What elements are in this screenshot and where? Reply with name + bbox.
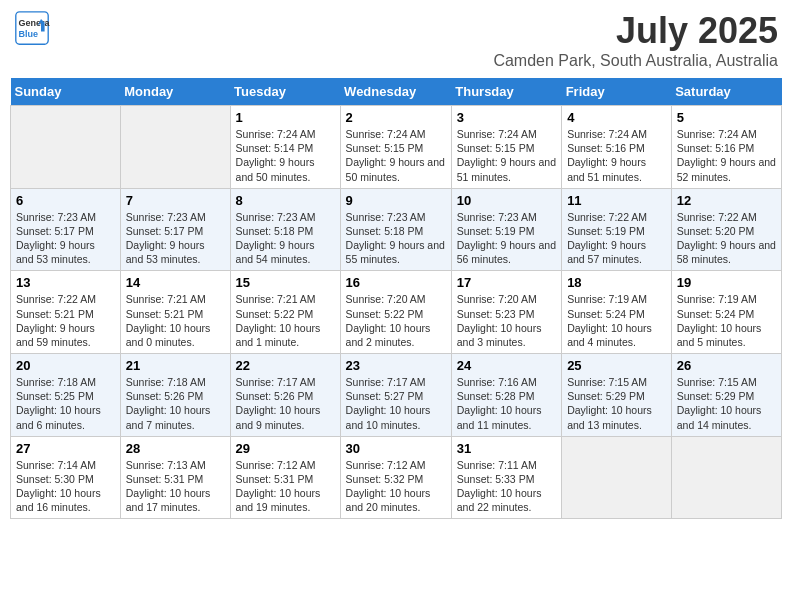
calendar-cell (671, 436, 781, 519)
day-number: 9 (346, 193, 446, 208)
day-info: Sunrise: 7:24 AM Sunset: 5:15 PM Dayligh… (346, 127, 446, 184)
day-number: 10 (457, 193, 556, 208)
calendar-cell: 29Sunrise: 7:12 AM Sunset: 5:31 PM Dayli… (230, 436, 340, 519)
day-info: Sunrise: 7:11 AM Sunset: 5:33 PM Dayligh… (457, 458, 556, 515)
weekday-header-saturday: Saturday (671, 78, 781, 106)
day-info: Sunrise: 7:23 AM Sunset: 5:18 PM Dayligh… (346, 210, 446, 267)
day-number: 27 (16, 441, 115, 456)
calendar-cell: 14Sunrise: 7:21 AM Sunset: 5:21 PM Dayli… (120, 271, 230, 354)
day-info: Sunrise: 7:23 AM Sunset: 5:17 PM Dayligh… (126, 210, 225, 267)
day-number: 14 (126, 275, 225, 290)
day-number: 21 (126, 358, 225, 373)
calendar-table: SundayMondayTuesdayWednesdayThursdayFrid… (10, 78, 782, 519)
logo: General Blue (14, 10, 50, 46)
day-info: Sunrise: 7:12 AM Sunset: 5:31 PM Dayligh… (236, 458, 335, 515)
calendar-cell (562, 436, 672, 519)
calendar-cell: 2Sunrise: 7:24 AM Sunset: 5:15 PM Daylig… (340, 106, 451, 189)
day-info: Sunrise: 7:15 AM Sunset: 5:29 PM Dayligh… (567, 375, 666, 432)
svg-text:Blue: Blue (19, 29, 39, 39)
day-info: Sunrise: 7:20 AM Sunset: 5:23 PM Dayligh… (457, 292, 556, 349)
day-number: 29 (236, 441, 335, 456)
day-number: 13 (16, 275, 115, 290)
day-number: 22 (236, 358, 335, 373)
calendar-cell: 24Sunrise: 7:16 AM Sunset: 5:28 PM Dayli… (451, 354, 561, 437)
calendar-cell (11, 106, 121, 189)
weekday-header-tuesday: Tuesday (230, 78, 340, 106)
calendar-cell: 13Sunrise: 7:22 AM Sunset: 5:21 PM Dayli… (11, 271, 121, 354)
calendar-cell: 7Sunrise: 7:23 AM Sunset: 5:17 PM Daylig… (120, 188, 230, 271)
week-row-1: 1Sunrise: 7:24 AM Sunset: 5:14 PM Daylig… (11, 106, 782, 189)
calendar-cell: 9Sunrise: 7:23 AM Sunset: 5:18 PM Daylig… (340, 188, 451, 271)
day-info: Sunrise: 7:20 AM Sunset: 5:22 PM Dayligh… (346, 292, 446, 349)
svg-text:General: General (19, 18, 51, 28)
calendar-cell: 4Sunrise: 7:24 AM Sunset: 5:16 PM Daylig… (562, 106, 672, 189)
day-number: 17 (457, 275, 556, 290)
day-info: Sunrise: 7:14 AM Sunset: 5:30 PM Dayligh… (16, 458, 115, 515)
day-number: 30 (346, 441, 446, 456)
day-number: 6 (16, 193, 115, 208)
day-number: 2 (346, 110, 446, 125)
day-number: 15 (236, 275, 335, 290)
calendar-cell: 8Sunrise: 7:23 AM Sunset: 5:18 PM Daylig… (230, 188, 340, 271)
day-info: Sunrise: 7:21 AM Sunset: 5:22 PM Dayligh… (236, 292, 335, 349)
calendar-cell: 5Sunrise: 7:24 AM Sunset: 5:16 PM Daylig… (671, 106, 781, 189)
calendar-cell: 1Sunrise: 7:24 AM Sunset: 5:14 PM Daylig… (230, 106, 340, 189)
weekday-header-friday: Friday (562, 78, 672, 106)
weekday-header-row: SundayMondayTuesdayWednesdayThursdayFrid… (11, 78, 782, 106)
day-number: 28 (126, 441, 225, 456)
week-row-5: 27Sunrise: 7:14 AM Sunset: 5:30 PM Dayli… (11, 436, 782, 519)
day-info: Sunrise: 7:24 AM Sunset: 5:15 PM Dayligh… (457, 127, 556, 184)
day-number: 1 (236, 110, 335, 125)
calendar-cell: 15Sunrise: 7:21 AM Sunset: 5:22 PM Dayli… (230, 271, 340, 354)
calendar-cell (120, 106, 230, 189)
day-info: Sunrise: 7:17 AM Sunset: 5:26 PM Dayligh… (236, 375, 335, 432)
day-number: 18 (567, 275, 666, 290)
month-title: July 2025 (493, 10, 778, 52)
day-info: Sunrise: 7:15 AM Sunset: 5:29 PM Dayligh… (677, 375, 776, 432)
day-number: 11 (567, 193, 666, 208)
day-info: Sunrise: 7:16 AM Sunset: 5:28 PM Dayligh… (457, 375, 556, 432)
day-info: Sunrise: 7:23 AM Sunset: 5:17 PM Dayligh… (16, 210, 115, 267)
weekday-header-sunday: Sunday (11, 78, 121, 106)
title-area: July 2025 Camden Park, South Australia, … (493, 10, 778, 70)
day-number: 7 (126, 193, 225, 208)
calendar-cell: 28Sunrise: 7:13 AM Sunset: 5:31 PM Dayli… (120, 436, 230, 519)
calendar-cell: 22Sunrise: 7:17 AM Sunset: 5:26 PM Dayli… (230, 354, 340, 437)
calendar-cell: 3Sunrise: 7:24 AM Sunset: 5:15 PM Daylig… (451, 106, 561, 189)
day-number: 23 (346, 358, 446, 373)
day-info: Sunrise: 7:18 AM Sunset: 5:25 PM Dayligh… (16, 375, 115, 432)
day-number: 19 (677, 275, 776, 290)
calendar-cell: 19Sunrise: 7:19 AM Sunset: 5:24 PM Dayli… (671, 271, 781, 354)
calendar-cell: 11Sunrise: 7:22 AM Sunset: 5:19 PM Dayli… (562, 188, 672, 271)
calendar-cell: 31Sunrise: 7:11 AM Sunset: 5:33 PM Dayli… (451, 436, 561, 519)
calendar-cell: 20Sunrise: 7:18 AM Sunset: 5:25 PM Dayli… (11, 354, 121, 437)
day-number: 25 (567, 358, 666, 373)
calendar-cell: 25Sunrise: 7:15 AM Sunset: 5:29 PM Dayli… (562, 354, 672, 437)
calendar-cell: 23Sunrise: 7:17 AM Sunset: 5:27 PM Dayli… (340, 354, 451, 437)
weekday-header-thursday: Thursday (451, 78, 561, 106)
day-info: Sunrise: 7:22 AM Sunset: 5:21 PM Dayligh… (16, 292, 115, 349)
calendar-cell: 17Sunrise: 7:20 AM Sunset: 5:23 PM Dayli… (451, 271, 561, 354)
calendar-cell: 27Sunrise: 7:14 AM Sunset: 5:30 PM Dayli… (11, 436, 121, 519)
week-row-3: 13Sunrise: 7:22 AM Sunset: 5:21 PM Dayli… (11, 271, 782, 354)
day-number: 5 (677, 110, 776, 125)
calendar-cell: 16Sunrise: 7:20 AM Sunset: 5:22 PM Dayli… (340, 271, 451, 354)
calendar-cell: 18Sunrise: 7:19 AM Sunset: 5:24 PM Dayli… (562, 271, 672, 354)
day-info: Sunrise: 7:24 AM Sunset: 5:14 PM Dayligh… (236, 127, 335, 184)
location-title: Camden Park, South Australia, Australia (493, 52, 778, 70)
day-number: 4 (567, 110, 666, 125)
day-info: Sunrise: 7:19 AM Sunset: 5:24 PM Dayligh… (677, 292, 776, 349)
calendar-cell: 6Sunrise: 7:23 AM Sunset: 5:17 PM Daylig… (11, 188, 121, 271)
day-info: Sunrise: 7:12 AM Sunset: 5:32 PM Dayligh… (346, 458, 446, 515)
day-info: Sunrise: 7:23 AM Sunset: 5:18 PM Dayligh… (236, 210, 335, 267)
day-info: Sunrise: 7:22 AM Sunset: 5:19 PM Dayligh… (567, 210, 666, 267)
logo-icon: General Blue (14, 10, 50, 46)
week-row-2: 6Sunrise: 7:23 AM Sunset: 5:17 PM Daylig… (11, 188, 782, 271)
weekday-header-wednesday: Wednesday (340, 78, 451, 106)
day-info: Sunrise: 7:13 AM Sunset: 5:31 PM Dayligh… (126, 458, 225, 515)
day-info: Sunrise: 7:22 AM Sunset: 5:20 PM Dayligh… (677, 210, 776, 267)
day-number: 16 (346, 275, 446, 290)
day-info: Sunrise: 7:23 AM Sunset: 5:19 PM Dayligh… (457, 210, 556, 267)
day-number: 26 (677, 358, 776, 373)
day-number: 8 (236, 193, 335, 208)
